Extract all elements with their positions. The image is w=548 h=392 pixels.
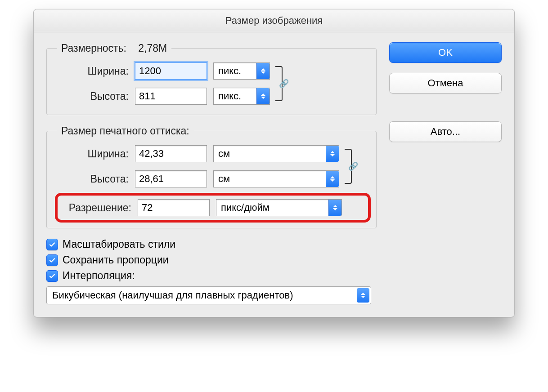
link-icon: 🔗 [279,79,289,89]
doc-width-unit-select[interactable]: см [213,145,339,162]
resolution-unit-select[interactable]: пикс/дюйм [216,199,342,216]
pixel-width-label: Ширина: [57,65,129,77]
side-buttons: OK Отмена Авто... [389,42,502,304]
constrain-proportions-row[interactable]: Сохранить пропорции [46,254,377,266]
chevron-updown-icon [256,88,270,104]
pixel-dimensions-group: Размерность: 2,78M Ширина: пикс. [46,42,377,115]
chevron-updown-icon [256,63,270,79]
doc-constrain-link: 🔗 [339,145,361,187]
interpolation-value: Бикубическая (наилучшая для плавных град… [52,290,293,301]
cancel-button-label: Отмена [428,77,463,89]
doc-width-label: Ширина: [57,148,129,160]
chevron-updown-icon [328,200,341,216]
doc-height-unit-select[interactable]: см [213,170,339,187]
pixel-width-unit-select[interactable]: пикс. [213,62,270,80]
auto-button[interactable]: Авто... [389,121,502,142]
doc-width-row: Ширина: см [57,145,339,162]
link-icon: 🔗 [348,161,358,171]
doc-height-unit-value: см [218,173,230,185]
checkbox-checked-icon [46,239,58,250]
pixel-dim-legend-label: Размерность: [61,42,126,54]
doc-height-label: Высота: [57,173,129,185]
pixel-constrain-link: 🔗 [270,62,292,105]
image-size-dialog: Размер изображения Размерность: 2,78M Ши… [33,9,515,317]
pixel-height-row: Высота: пикс. [57,88,270,105]
pixel-height-label: Высота: [57,90,129,102]
pixel-height-input[interactable] [135,88,207,105]
titlebar: Размер изображения [34,9,514,32]
pixel-width-row: Ширина: пикс. [57,62,270,80]
cancel-button[interactable]: Отмена [389,73,502,94]
document-size-group: Размер печатного оттиска: Ширина: см [46,125,377,228]
page-background: Размер изображения Размерность: 2,78M Ши… [0,0,548,392]
ok-button-label: OK [438,47,453,58]
resolution-unit-value: пикс/дюйм [221,202,270,214]
dialog-content: Размерность: 2,78M Ширина: пикс. [34,32,514,317]
doc-height-row: Высота: см [57,170,339,187]
interpolation-select[interactable]: Бикубическая (наилучшая для плавных град… [46,286,371,304]
pixel-dim-size: 2,78M [138,42,167,54]
chevron-updown-icon [326,171,339,187]
checkbox-checked-icon [46,270,58,282]
constrain-proportions-label: Сохранить пропорции [63,254,169,266]
resample-label: Интерполяция: [63,270,135,282]
scale-styles-row[interactable]: Масштабировать стили [46,238,377,250]
doc-width-unit-value: см [218,148,230,160]
chevron-updown-icon [357,288,369,303]
resolution-input[interactable] [138,199,210,216]
pixel-height-unit-value: пикс. [218,90,241,102]
resample-row[interactable]: Интерполяция: [46,270,377,282]
auto-button-label: Авто... [431,126,460,138]
document-size-legend: Размер печатного оттиска: [57,125,194,137]
pixel-dimensions-legend: Размерность: 2,78M [57,42,171,54]
pixel-width-input[interactable] [135,62,207,80]
doc-width-input[interactable] [135,145,207,162]
main-column: Размерность: 2,78M Ширина: пикс. [46,42,377,304]
doc-height-input[interactable] [135,170,207,187]
pixel-width-unit-value: пикс. [218,65,241,77]
dialog-title: Размер изображения [225,15,323,27]
resolution-label: Разрешение: [61,202,131,214]
scale-styles-label: Масштабировать стили [63,238,175,250]
checkbox-checked-icon [46,254,58,266]
chevron-updown-icon [326,146,339,162]
resolution-highlight: Разрешение: пикс/дюйм [55,193,371,223]
pixel-height-unit-select[interactable]: пикс. [213,88,270,105]
ok-button[interactable]: OK [389,42,502,63]
